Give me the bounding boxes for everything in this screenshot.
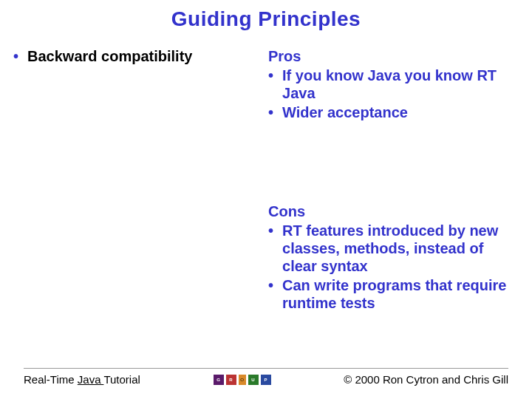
cons-block: Cons • RT features introduced by new cla… xyxy=(268,202,519,312)
pros-item-2-text: Wider acceptance xyxy=(282,103,408,121)
bullet-icon: • xyxy=(268,222,273,239)
left-bullet-1: • Backward compatibility xyxy=(13,47,268,65)
footer-copyright: © 2000 Ron Cytron and Chris Gill xyxy=(344,373,508,386)
cons-item-2-text: Can write programs that require runtime … xyxy=(282,276,519,312)
footer-row: Real-Time Java Tutorial G R O U P © 2000… xyxy=(24,373,508,386)
logo-letter-o: O xyxy=(239,375,246,385)
cons-heading: Cons xyxy=(268,202,519,220)
logo-letter-p: P xyxy=(261,375,271,385)
cons-item-2: • Can write programs that require runtim… xyxy=(268,276,519,312)
footer-left-underline: Java xyxy=(78,373,104,386)
pros-item-1: • If you know Java you know RT Java xyxy=(268,66,519,102)
footer-left: Real-Time Java Tutorial xyxy=(24,373,140,386)
logo-letter-u: U xyxy=(248,375,259,385)
left-bullet-1-text: Backward compatibility xyxy=(27,47,192,65)
logo-letter-r: R xyxy=(226,375,236,385)
pros-item-1-text: If you know Java you know RT Java xyxy=(282,66,519,102)
footer-left-pre: Real-Time xyxy=(24,373,78,386)
right-column: Pros • If you know Java you know RT Java… xyxy=(268,47,519,313)
logo-letter-g: G xyxy=(214,375,224,385)
cons-item-1: • RT features introduced by new classes,… xyxy=(268,222,519,275)
bullet-icon: • xyxy=(13,47,18,65)
pros-block: Pros • If you know Java you know RT Java… xyxy=(268,47,519,121)
bullet-icon: • xyxy=(268,103,273,121)
footer-divider xyxy=(24,368,508,369)
cons-item-1-text: RT features introduced by new classes, m… xyxy=(282,222,519,275)
bullet-icon: • xyxy=(268,66,273,84)
slide-footer: Real-Time Java Tutorial G R O U P © 2000… xyxy=(0,368,532,386)
pros-heading: Pros xyxy=(268,47,519,65)
slide-title: Guiding Principles xyxy=(0,7,532,31)
left-column: • Backward compatibility xyxy=(13,47,268,313)
slide-body: • Backward compatibility Pros • If you k… xyxy=(0,47,532,313)
footer-left-post: Tutorial xyxy=(103,373,140,386)
pros-item-2: • Wider acceptance xyxy=(268,103,519,121)
bullet-icon: • xyxy=(268,276,273,294)
footer-logo: G R O U P xyxy=(214,375,271,385)
